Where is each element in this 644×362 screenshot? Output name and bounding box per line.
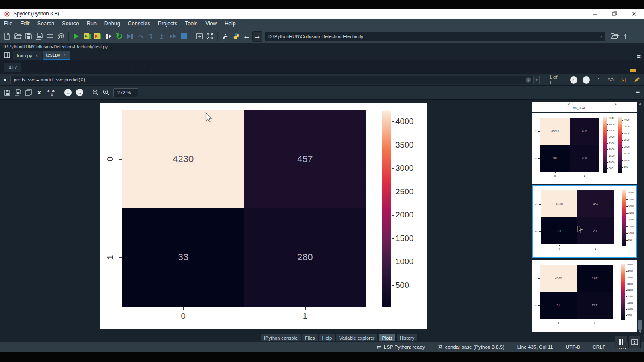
file-switcher-button[interactable] bbox=[45, 31, 55, 42]
chevron-down-icon[interactable]: ▾ bbox=[600, 34, 602, 39]
debug-step-out-button[interactable] bbox=[157, 31, 167, 42]
editor-tab-train.py[interactable]: train.py× bbox=[13, 51, 42, 60]
preferences-button[interactable] bbox=[220, 31, 230, 42]
heatmap-grid: 459940798289 bbox=[540, 118, 599, 172]
run-file-button[interactable] bbox=[71, 31, 81, 42]
plot-thumbnail[interactable]: 4585102912220101450040003500300025002000… bbox=[532, 260, 637, 332]
menu-tools[interactable]: Tools bbox=[181, 19, 201, 29]
whitespace-dot bbox=[70, 70, 70, 71]
pane-tab-ipython-console[interactable]: IPython console bbox=[261, 334, 301, 341]
colorbar-tick-label: 500 bbox=[624, 166, 628, 168]
debug-step-into-button[interactable] bbox=[146, 31, 156, 42]
close-find-button[interactable]: × bbox=[0, 77, 10, 83]
pane-tab-files[interactable]: Files bbox=[302, 334, 318, 341]
save-all-plots-button[interactable] bbox=[13, 87, 23, 98]
save-plot-button[interactable] bbox=[2, 87, 12, 98]
plots-options-button[interactable]: ≡ bbox=[636, 89, 640, 97]
pane-tab-history[interactable]: History bbox=[397, 334, 417, 341]
remove-all-plots-button[interactable]: × × × bbox=[45, 87, 57, 98]
pause-button[interactable] bbox=[615, 336, 627, 348]
restore-button[interactable] bbox=[605, 9, 624, 19]
scrollbar-up-arrow[interactable] bbox=[638, 103, 642, 105]
preview-button[interactable] bbox=[628, 336, 641, 348]
menu-file[interactable]: File bbox=[0, 19, 16, 29]
case-toggle[interactable]: Aa bbox=[608, 77, 614, 83]
open-file-button[interactable] bbox=[13, 31, 23, 42]
browse-directory-button[interactable] bbox=[610, 31, 620, 42]
parent-directory-button[interactable]: ↑ bbox=[620, 31, 630, 42]
colorbar-tick-label: 1000 bbox=[395, 257, 413, 266]
python-path-button[interactable] bbox=[231, 31, 241, 42]
whole-word-toggle[interactable]: [-] bbox=[621, 77, 626, 82]
search-history-dropdown[interactable]: ▾ bbox=[534, 76, 540, 84]
interpreter-status[interactable]: conda: base (Python 3.8.5) bbox=[438, 344, 504, 350]
run-selection-button[interactable] bbox=[103, 31, 113, 42]
find-symbols-button[interactable]: @ bbox=[56, 31, 66, 42]
heatmap-grid: 423045733280 bbox=[541, 190, 614, 244]
menu-consoles[interactable]: Consoles bbox=[124, 19, 154, 29]
back-button[interactable]: ← bbox=[242, 31, 252, 42]
open-external-window-button[interactable] bbox=[194, 31, 204, 42]
zoom-out-button[interactable] bbox=[91, 87, 100, 98]
pane-splitter[interactable] bbox=[529, 100, 529, 334]
copy-plot-button[interactable] bbox=[24, 87, 33, 98]
menu-run[interactable]: Run bbox=[83, 19, 100, 29]
cell-value: 457 bbox=[593, 202, 598, 206]
editor-tab-test.py[interactable]: test.py× bbox=[43, 51, 70, 60]
find-next-button[interactable]: ↓ bbox=[583, 76, 590, 84]
minimize-button[interactable] bbox=[585, 9, 605, 19]
previous-plot-button[interactable]: ← bbox=[64, 89, 72, 96]
run-cell-button[interactable] bbox=[82, 31, 92, 42]
new-file-button[interactable] bbox=[2, 31, 12, 42]
menu-edit[interactable]: Edit bbox=[16, 19, 33, 29]
save-button[interactable] bbox=[24, 31, 33, 42]
plot-thumbnail-partial[interactable]: 0 1 NK_FLAG bbox=[532, 102, 637, 112]
regex-toggle[interactable]: .* bbox=[596, 77, 600, 83]
working-directory-input[interactable]: D:\PythonRUN\Collusion-Detection-Electri… bbox=[265, 32, 605, 41]
next-plot-button[interactable]: → bbox=[76, 89, 83, 96]
close-button[interactable] bbox=[624, 9, 644, 19]
save-all-button[interactable] bbox=[34, 31, 44, 42]
zoom-in-button[interactable] bbox=[101, 87, 111, 98]
colorbar-tick-label: 1000 bbox=[628, 232, 634, 235]
forward-button[interactable]: → bbox=[252, 31, 262, 42]
colorbar-tick-label: 3000 bbox=[627, 283, 633, 285]
plot-thumbnail-selected[interactable]: 4230457332800101400035003000250020001500… bbox=[532, 185, 637, 258]
colorbar-tick-label: 3500 bbox=[609, 129, 614, 132]
search-input[interactable]: preds_svc = model_svc.predict(X) × bbox=[10, 76, 534, 84]
tab-options-button[interactable]: ≡ bbox=[637, 53, 641, 60]
maximize-pane-button[interactable] bbox=[205, 31, 215, 42]
heatmap-grid: 423045733280 bbox=[122, 110, 366, 307]
find-previous-button[interactable]: ↑ bbox=[570, 76, 577, 84]
replace-toggle[interactable] bbox=[634, 77, 640, 83]
remove-plot-button[interactable]: × bbox=[34, 87, 44, 98]
editor-strip[interactable]: 417 bbox=[0, 60, 644, 74]
clear-search-button[interactable]: × bbox=[526, 77, 531, 83]
x-tick-label: 1 bbox=[584, 175, 585, 177]
pane-tab-plots[interactable]: Plots bbox=[379, 334, 395, 341]
browse-tabs-button[interactable] bbox=[2, 51, 12, 60]
scrollbar-thumb[interactable] bbox=[638, 320, 642, 331]
menu-debug[interactable]: Debug bbox=[100, 19, 124, 29]
thumbnail-scrollbar[interactable] bbox=[638, 102, 642, 334]
stop-button[interactable] bbox=[179, 31, 188, 42]
debug-continue-button[interactable] bbox=[168, 31, 178, 42]
rerun-cell-button[interactable]: ↻ bbox=[114, 31, 124, 42]
debug-file-button[interactable] bbox=[125, 31, 135, 42]
menu-help[interactable]: Help bbox=[221, 19, 240, 29]
heatmap-cell: 4585 bbox=[540, 265, 577, 292]
run-cell-advance-button[interactable] bbox=[93, 31, 103, 42]
close-tab-icon[interactable]: × bbox=[63, 52, 66, 57]
plot-thumbnail[interactable]: 4599407982890101450040003500300025002000… bbox=[532, 113, 637, 184]
menu-projects[interactable]: Projects bbox=[154, 19, 181, 29]
pane-tab-variable-explorer[interactable]: Variable explorer bbox=[336, 334, 377, 341]
menu-search[interactable]: Search bbox=[33, 19, 58, 29]
debug-step-over-button[interactable] bbox=[136, 31, 146, 42]
tab-label: train.py bbox=[17, 53, 32, 58]
menu-view[interactable]: View bbox=[201, 19, 221, 29]
pane-tab-help[interactable]: Help bbox=[319, 334, 335, 341]
menu-source[interactable]: Source bbox=[58, 19, 83, 29]
scrollbar-down-arrow[interactable] bbox=[638, 331, 642, 333]
colorbar-tick-label: 2500 bbox=[627, 289, 633, 291]
close-tab-icon[interactable]: × bbox=[35, 53, 38, 58]
